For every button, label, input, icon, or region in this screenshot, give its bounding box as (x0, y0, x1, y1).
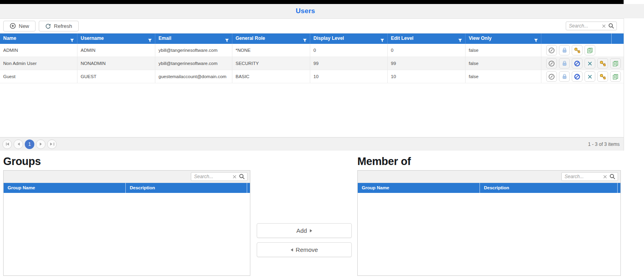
refresh-button-label: Refresh (54, 23, 72, 29)
column-header-description[interactable]: Description (480, 183, 617, 193)
cell-view-only: false (465, 70, 541, 83)
member-of-search-box (561, 172, 618, 181)
filter-funnel-icon[interactable] (458, 36, 462, 44)
last-page-button[interactable] (47, 139, 57, 149)
column-header-group-name[interactable]: Group Name (358, 183, 480, 193)
arrow-left-icon (291, 248, 293, 251)
column-header-view-only[interactable]: View Only (465, 33, 541, 44)
search-icon[interactable] (608, 23, 614, 29)
cell-view-only: false (465, 57, 541, 70)
next-page-button[interactable] (36, 139, 46, 149)
delete-user-button[interactable] (585, 58, 595, 69)
groups-grid-body (4, 193, 250, 275)
first-page-button[interactable] (2, 139, 12, 149)
filter-funnel-icon[interactable] (380, 36, 384, 44)
top-black-bar (0, 0, 624, 4)
search-icon[interactable] (239, 173, 245, 180)
delete-user-button[interactable] (585, 71, 595, 82)
delete-x-icon (587, 61, 593, 67)
users-grid-toolbar: New Refresh (0, 19, 624, 33)
clear-search-icon[interactable] (232, 175, 237, 179)
edit-user-button[interactable] (546, 45, 557, 55)
cell-view-only: false (465, 44, 541, 57)
refresh-button[interactable]: Refresh (39, 21, 79, 31)
permissions-key-button[interactable] (597, 58, 608, 69)
clear-search-icon[interactable] (603, 175, 607, 179)
copy-user-button[interactable] (610, 71, 621, 82)
filter-funnel-icon[interactable] (534, 36, 538, 44)
edit-user-button[interactable] (546, 58, 557, 69)
edit-icon (548, 73, 555, 80)
groups-panel: Group Name Description (3, 170, 250, 276)
column-header-name[interactable]: Name (0, 33, 77, 44)
cell-name: ADMIN (0, 44, 77, 57)
previous-page-button[interactable] (14, 139, 23, 149)
title-band: Users (0, 4, 644, 18)
column-header-group-name[interactable]: Group Name (4, 183, 125, 193)
refresh-icon (45, 23, 51, 29)
member-of-search-input[interactable] (565, 174, 602, 179)
cell-email: ybill@tangerinesoftware.com (155, 44, 232, 57)
column-header-description[interactable]: Description (125, 183, 247, 193)
users-search-input[interactable] (569, 23, 600, 29)
column-header-general-role[interactable]: General Role (232, 33, 310, 44)
cell-username: NONADMIN (77, 57, 155, 70)
key-permissions-icon (574, 47, 581, 54)
users-grid: New Refresh Name Username Email General … (0, 18, 624, 151)
cell-general-role: SECURITY (232, 57, 310, 70)
groups-search-input[interactable] (194, 174, 231, 179)
copy-icon (612, 60, 619, 67)
row-actions (541, 44, 624, 57)
add-button[interactable]: Add (257, 223, 352, 238)
pager-summary: 1 - 3 of 3 items (588, 141, 620, 147)
block-icon (574, 60, 581, 67)
column-header-edit-level[interactable]: Edit Level (387, 33, 465, 44)
clear-search-icon[interactable] (602, 24, 606, 28)
column-header-email[interactable]: Email (155, 33, 232, 44)
groups-search-box (191, 172, 248, 181)
new-button[interactable]: New (3, 21, 36, 31)
search-icon[interactable] (609, 173, 616, 180)
filter-funnel-icon[interactable] (148, 36, 152, 44)
member-of-toolbar (358, 171, 620, 183)
lock-user-button[interactable] (559, 71, 570, 82)
copy-icon (587, 47, 593, 54)
cell-name: Non Admin User (0, 57, 77, 70)
users-search-box (566, 22, 617, 30)
lock-icon (561, 60, 568, 67)
lock-user-button[interactable] (559, 58, 570, 69)
filter-funnel-icon[interactable] (303, 36, 307, 44)
lock-icon (561, 47, 568, 53)
column-header-stub (617, 183, 620, 193)
table-row-admin[interactable]: ADMIN ADMIN ybill@tangerinesoftware.com … (0, 44, 624, 57)
lock-user-button[interactable] (559, 45, 570, 55)
copy-user-button[interactable] (585, 45, 595, 55)
table-row-nonadmin[interactable]: Non Admin User NONADMIN ybill@tangerines… (0, 57, 624, 70)
column-header-display-level[interactable]: Display Level (310, 33, 387, 44)
current-page-button[interactable]: 1 (25, 139, 34, 149)
edit-icon (548, 60, 555, 67)
permissions-key-button[interactable] (597, 71, 608, 82)
row-actions (541, 57, 624, 70)
filter-funnel-icon[interactable] (225, 36, 229, 44)
cell-display-level: 0 (310, 44, 387, 57)
block-user-button[interactable] (572, 58, 583, 69)
member-of-panel: Group Name Description (357, 170, 621, 276)
filter-funnel-icon[interactable] (70, 36, 74, 44)
edit-user-button[interactable] (546, 71, 557, 82)
cell-display-level: 10 (310, 70, 387, 83)
member-of-grid-body (358, 193, 620, 275)
copy-user-button[interactable] (610, 58, 621, 69)
edit-icon (548, 47, 555, 54)
permissions-key-button[interactable] (572, 45, 583, 55)
block-user-button[interactable] (572, 71, 583, 82)
add-button-label: Add (296, 227, 307, 234)
member-of-section-title: Member of (357, 155, 411, 168)
remove-button[interactable]: Remove (257, 242, 352, 257)
column-header-username[interactable]: Username (77, 33, 155, 44)
groups-section-title: Groups (3, 155, 41, 168)
users-grid-header: Name Username Email General Role Display… (0, 33, 624, 44)
pager: 1 1 - 3 of 3 items (0, 137, 624, 151)
member-of-grid-header: Group Name Description (358, 183, 620, 193)
table-row-guest[interactable]: Guest GUEST guestemailaccount@domain.com… (0, 70, 624, 83)
